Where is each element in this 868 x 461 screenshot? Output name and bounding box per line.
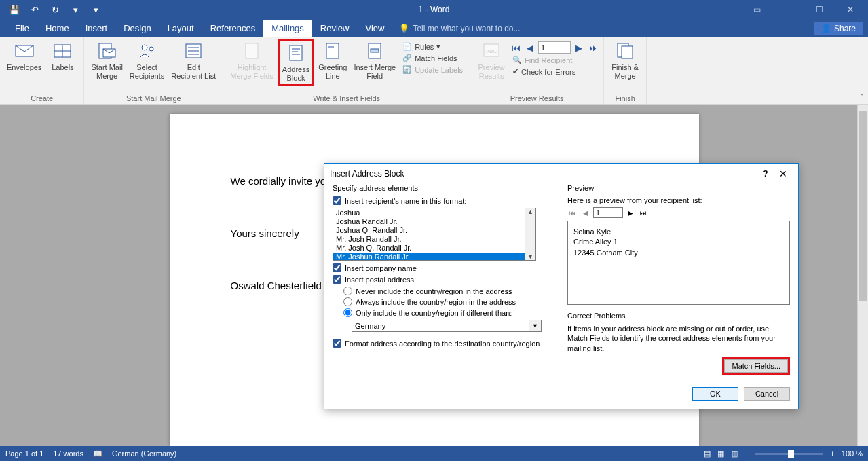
country-combobox[interactable]: ▼	[352, 320, 542, 332]
scroll-up-icon[interactable]: ▲	[527, 208, 533, 215]
group-preview-label: Preview Results	[474, 94, 599, 104]
list-item[interactable]: Mr. Josh Q. Randall Jr.	[333, 244, 525, 253]
ribbon-options-icon[interactable]: ▭	[742, 1, 772, 18]
prev-record-icon[interactable]: ◀	[524, 41, 536, 54]
check-errors-button[interactable]: ✔Check for Errors	[510, 67, 599, 77]
list-item[interactable]: Joshua Randall Jr.	[333, 217, 525, 226]
always-country-radio[interactable]	[343, 297, 352, 306]
list-item[interactable]: Joshua Q. Randall Jr.	[333, 226, 525, 235]
record-navigation: ⏮ ◀ ▶ ⏭	[510, 41, 599, 54]
labels-icon	[52, 40, 73, 62]
preview-last-icon[interactable]: ⏭	[638, 207, 649, 218]
select-recipients-button[interactable]: Select Recipients	[127, 39, 167, 82]
tab-view[interactable]: View	[357, 20, 392, 37]
rules-icon: 📄	[402, 42, 412, 51]
status-language[interactable]: German (Germany)	[112, 449, 176, 458]
only-different-radio[interactable]	[343, 308, 352, 317]
tell-me-search[interactable]: 💡Tell me what you want to do...	[392, 20, 527, 37]
preview-next-icon[interactable]: ▶	[625, 207, 636, 218]
match-fields-dialog-button[interactable]: Match Fields...	[724, 359, 788, 373]
greeting-line-button[interactable]: Greeting Line	[316, 39, 350, 86]
share-button[interactable]: 👤Share	[814, 22, 863, 35]
customize-qat-icon[interactable]: ▾	[68, 2, 83, 17]
listbox-scrollbar[interactable]: ▲▼	[525, 208, 535, 260]
zoom-out-icon[interactable]: −	[744, 449, 749, 458]
country-input[interactable]	[352, 320, 529, 332]
combo-dropdown-icon[interactable]: ▼	[529, 320, 542, 332]
list-item[interactable]: Mr. Josh Randall Jr.	[333, 235, 525, 244]
zoom-thumb[interactable]	[788, 450, 794, 458]
title-bar: 💾 ↶ ↻ ▾ ▾ 1 - Word ▭ ― ☐ ✕	[0, 0, 868, 19]
finish-merge-button[interactable]: Finish & Merge	[608, 39, 642, 82]
collapse-ribbon-icon[interactable]: ˄	[860, 93, 864, 103]
tab-file[interactable]: File	[7, 20, 37, 37]
next-record-icon[interactable]: ▶	[573, 41, 585, 54]
read-mode-icon[interactable]: ▤	[704, 449, 711, 458]
touch-mode-icon[interactable]: ▾	[88, 2, 103, 17]
insert-company-checkbox[interactable]	[333, 263, 341, 272]
list-item-selected[interactable]: Mr. Joshua Randall Jr.	[333, 253, 525, 260]
vertical-scrollbar[interactable]	[857, 105, 868, 446]
insert-merge-field-button[interactable]: Insert Merge Field	[351, 39, 398, 86]
name-format-listbox[interactable]: Joshua Joshua Randall Jr. Joshua Q. Rand…	[333, 208, 536, 261]
preview-prev-icon[interactable]: ◀	[580, 207, 591, 218]
insert-postal-label: Insert postal address:	[345, 276, 416, 284]
record-number-input[interactable]	[538, 41, 571, 54]
cancel-button[interactable]: Cancel	[744, 387, 790, 401]
list-item[interactable]: Joshua	[333, 208, 525, 217]
insert-name-label: Insert recipient's name in this format:	[345, 197, 466, 205]
tab-insert[interactable]: Insert	[77, 20, 116, 37]
preview-box: Selina Kyle Crime Alley 1 12345 Gotham C…	[567, 221, 790, 305]
lightbulb-icon: 💡	[399, 24, 409, 33]
svg-rect-17	[326, 43, 339, 58]
never-country-radio[interactable]	[343, 287, 352, 295]
dialog-title-text: Insert Address Block	[330, 169, 404, 179]
print-layout-icon[interactable]: ▦	[717, 449, 724, 458]
labels-button[interactable]: Labels	[45, 39, 79, 73]
tab-review[interactable]: Review	[312, 20, 358, 37]
proofing-icon[interactable]: 📖	[93, 449, 102, 458]
maximize-icon[interactable]: ☐	[804, 1, 834, 18]
redo-icon[interactable]: ↻	[48, 2, 62, 17]
zoom-level[interactable]: 100 %	[842, 449, 863, 458]
edit-recipient-list-button[interactable]: Edit Recipient List	[168, 39, 219, 82]
scroll-down-icon[interactable]: ▼	[527, 253, 533, 260]
scrollbar-thumb[interactable]	[859, 111, 867, 301]
match-fields-button[interactable]: 🔗Match Fields	[400, 53, 466, 63]
start-mail-merge-button[interactable]: Start Mail Merge	[88, 39, 125, 82]
window-title: 1 - Word	[419, 5, 450, 14]
insert-postal-checkbox[interactable]	[333, 275, 341, 284]
preview-record-input[interactable]	[593, 207, 623, 218]
tab-layout[interactable]: Layout	[159, 20, 202, 37]
tab-references[interactable]: References	[202, 20, 263, 37]
close-icon[interactable]: ✕	[835, 1, 865, 18]
save-icon[interactable]: 💾	[7, 2, 22, 17]
zoom-slider[interactable]	[755, 453, 823, 455]
tab-home[interactable]: Home	[37, 20, 77, 37]
envelopes-button[interactable]: Envelopes	[4, 39, 44, 73]
minimize-icon[interactable]: ―	[773, 1, 803, 18]
web-layout-icon[interactable]: ▥	[731, 449, 738, 458]
format-destination-label: Format address according to the destinat…	[345, 339, 540, 348]
preview-hint: Here is a preview from your recipient li…	[567, 196, 790, 204]
specify-elements-panel: Specify address elements Insert recipien…	[333, 184, 555, 375]
update-icon: 🔄	[402, 65, 412, 74]
tab-design[interactable]: Design	[115, 20, 159, 37]
undo-icon[interactable]: ↶	[27, 2, 42, 17]
first-record-icon[interactable]: ⏮	[510, 41, 522, 54]
dialog-titlebar: Insert Address Block ? ✕	[324, 164, 798, 184]
last-record-icon[interactable]: ⏭	[587, 41, 599, 54]
tab-mailings[interactable]: Mailings	[263, 20, 312, 37]
ok-button[interactable]: OK	[692, 387, 738, 401]
recipients-icon	[136, 40, 158, 62]
address-block-button[interactable]: Address Block	[278, 39, 314, 86]
format-destination-checkbox[interactable]	[333, 339, 341, 348]
dialog-help-icon[interactable]: ?	[757, 169, 774, 179]
rules-button[interactable]: 📄Rules ▾	[400, 41, 466, 52]
status-words[interactable]: 17 words	[53, 449, 83, 458]
zoom-in-icon[interactable]: +	[830, 449, 834, 458]
preview-first-icon[interactable]: ⏮	[567, 207, 578, 218]
status-page[interactable]: Page 1 of 1	[5, 449, 43, 458]
insert-name-checkbox[interactable]	[333, 196, 341, 205]
dialog-close-icon[interactable]: ✕	[774, 168, 793, 179]
